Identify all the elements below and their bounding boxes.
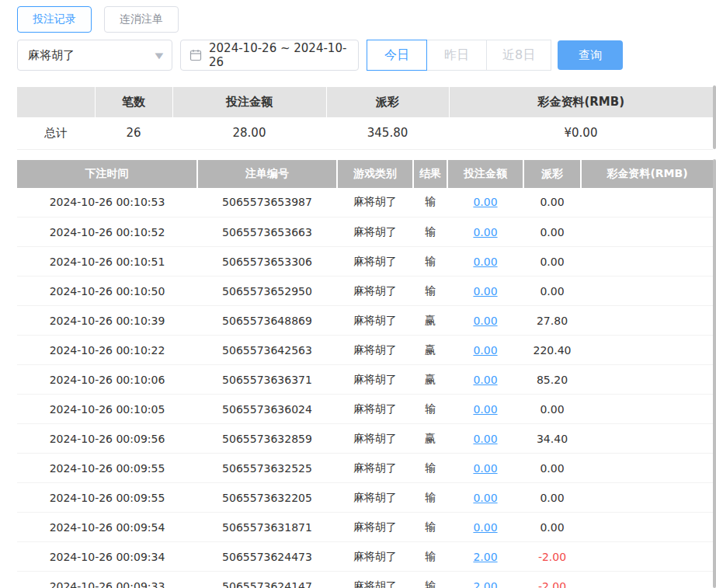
bet-amount-link[interactable]: 0.00 [473,462,497,475]
bonus [581,188,713,217]
filter-bar: 麻将胡了 ▼ 2024-10-26 ~ 2024-10-26 今日 昨日 近8日… [17,40,716,71]
bet-amount-link[interactable]: 0.00 [473,196,497,208]
header-bet-amount: 投注金额 [447,160,523,188]
today-button[interactable]: 今日 [367,40,427,71]
payout: 0.00 [523,217,581,247]
bonus [581,277,713,306]
summary-total-bet-amount: 28.00 [172,117,326,149]
header-bet-time: 下注时间 [17,160,197,188]
payout: 0.00 [523,277,581,306]
table-row: 2024-10-26 00:09:555065573632525麻将胡了输0.0… [17,454,713,483]
order-number: 5065573648869 [197,306,337,336]
table-row: 2024-10-26 00:10:535065573653987麻将胡了输0.0… [17,188,713,217]
bet-amount: 0.00 [447,483,523,513]
bet-amount-link[interactable]: 0.00 [473,226,497,238]
bet-amount: 0.00 [447,306,523,336]
table-row: 2024-10-26 00:10:225065573642563麻将胡了赢0.0… [17,336,713,365]
bet-records-table: 下注时间 注单编号 游戏类别 结果 投注金额 派彩 彩金资料(RMB) 2024… [17,160,713,588]
result: 赢 [413,365,447,395]
bet-amount-link[interactable]: 0.00 [473,492,497,504]
bonus [581,365,713,395]
game-select[interactable]: 麻将胡了 ▼ [17,40,172,71]
tab-cancelled-orders[interactable]: 连消注单 [104,6,179,33]
summary-scrollbar[interactable] [713,85,716,149]
bet-amount-link[interactable]: 0.00 [473,374,497,386]
payout: 0.00 [523,188,581,217]
bet-amount: 0.00 [447,217,523,247]
bet-time: 2024-10-26 00:09:33 [17,572,197,588]
bet-time: 2024-10-26 00:10:51 [17,247,197,277]
table-scrollbar[interactable] [713,159,716,588]
result: 输 [413,395,447,424]
bet-amount-link[interactable]: 0.00 [473,433,497,445]
bet-amount-link[interactable]: 0.00 [473,403,497,416]
table-row: 2024-10-26 00:09:565065573632859麻将胡了赢0.0… [17,424,713,454]
bet-amount: 0.00 [447,336,523,365]
bet-time: 2024-10-26 00:10:53 [17,188,197,217]
game-select-value: 麻将胡了 [28,48,75,63]
date-range-picker[interactable]: 2024-10-26 ~ 2024-10-26 [180,40,359,71]
table-row: 2024-10-26 00:10:065065573636371麻将胡了赢0.0… [17,365,713,395]
last-8-days-button[interactable]: 近8日 [486,40,551,71]
bet-amount-link[interactable]: 0.00 [473,521,497,534]
header-payout: 派彩 [523,160,581,188]
bonus [581,336,713,365]
bonus [581,395,713,424]
quick-date-group: 今日 昨日 近8日 [367,40,551,71]
order-number: 5065573631871 [197,513,337,542]
bet-time: 2024-10-26 00:10:50 [17,277,197,306]
bet-time: 2024-10-26 00:10:05 [17,395,197,424]
table-row: 2024-10-26 00:10:515065573653306麻将胡了输0.0… [17,247,713,277]
yesterday-button[interactable]: 昨日 [426,40,487,71]
bet-amount-link[interactable]: 2.00 [473,580,497,588]
order-number: 5065573632525 [197,454,337,483]
header-bonus: 彩金资料(RMB) [581,160,713,188]
bet-amount-link[interactable]: 2.00 [473,551,497,563]
bonus [581,424,713,454]
payout: 0.00 [523,483,581,513]
table-row: 2024-10-26 00:10:395065573648869麻将胡了赢0.0… [17,306,713,336]
query-button[interactable]: 查询 [558,40,623,70]
payout: 0.00 [523,395,581,424]
summary-table: 笔数 投注金额 派彩 彩金资料(RMB) 总计 26 28.00 345.80 … [17,87,713,150]
order-number: 5065573624473 [197,542,337,572]
bet-amount-link[interactable]: 0.00 [473,256,497,268]
calendar-icon [189,49,202,61]
summary-header-bet-amount: 投注金额 [172,87,326,117]
payout: 34.40 [523,424,581,454]
bet-time: 2024-10-26 00:09:56 [17,424,197,454]
order-number: 5065573636371 [197,365,337,395]
summary-header-row: 笔数 投注金额 派彩 彩金资料(RMB) [17,87,713,117]
order-number: 5065573624147 [197,572,337,588]
bonus [581,572,713,588]
tab-bet-records[interactable]: 投注记录 [17,6,92,33]
order-number: 5065573653987 [197,188,337,217]
payout: 0.00 [523,454,581,483]
table-row: 2024-10-26 00:09:545065573631871麻将胡了输0.0… [17,513,713,542]
bet-amount-link[interactable]: 0.00 [473,285,497,297]
result: 输 [413,188,447,217]
bet-amount-link[interactable]: 0.00 [473,344,497,357]
summary-header-bonus: 彩金资料(RMB) [449,87,713,117]
summary-header-payout: 派彩 [326,87,449,117]
order-number: 5065573653306 [197,247,337,277]
bet-amount: 0.00 [447,395,523,424]
bet-amount-link[interactable]: 0.00 [473,315,497,327]
game-type: 麻将胡了 [337,572,413,588]
order-number: 5065573652950 [197,277,337,306]
summary-header-blank [17,87,95,117]
bet-time: 2024-10-26 00:09:34 [17,542,197,572]
payout: 0.00 [523,513,581,542]
result: 输 [413,542,447,572]
header-result: 结果 [413,160,447,188]
payout: 0.00 [523,247,581,277]
bet-amount: 0.00 [447,454,523,483]
result: 赢 [413,306,447,336]
game-type: 麻将胡了 [337,277,413,306]
order-number: 5065573632205 [197,483,337,513]
bet-time: 2024-10-26 00:10:52 [17,217,197,247]
bet-amount: 0.00 [447,424,523,454]
payout: -2.00 [523,572,581,588]
bonus [581,483,713,513]
tab-bet-records-label: 投注记录 [33,12,76,26]
